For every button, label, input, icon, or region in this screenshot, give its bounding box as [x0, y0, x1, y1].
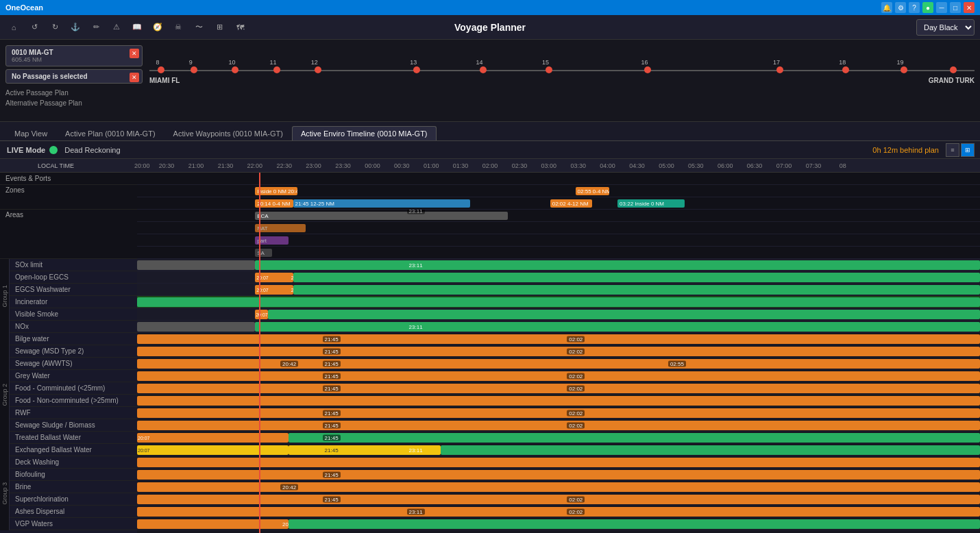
label-sewage-sludge: Sewage Sludge / Biomass — [10, 419, 137, 432]
tl-nox: 23:11 — [137, 321, 980, 333]
alt-plan-title: No Passage is selected — [12, 73, 136, 80]
zone-4-12nm-0202: 02:02 4-12 NM — [550, 199, 593, 208]
tl-bilge: 21:45 02:02 — [137, 333, 980, 345]
waypoint-12[interactable] — [315, 66, 321, 73]
pencil-icon[interactable]: ✏ — [88, 19, 104, 36]
exchanged-yellow-left: 20:07 — [137, 445, 289, 455]
waypoint-8[interactable] — [158, 66, 164, 73]
grid-view-btn[interactable]: ⊞ — [961, 143, 975, 157]
wash-orange: 20:07 — [255, 285, 293, 295]
settings-btn[interactable]: ⚙ — [895, 2, 906, 13]
time-2030: 20:30 — [159, 162, 175, 169]
waypoint-14[interactable] — [480, 66, 487, 73]
grid-icon[interactable]: ⊞ — [211, 19, 228, 36]
wash-green — [293, 285, 980, 295]
nav-icon[interactable]: 🧭 — [149, 19, 166, 36]
exchanged-green — [441, 445, 980, 455]
tl-exchanged-ballast: 20:07 21:45 23:11 — [137, 444, 980, 456]
tl-food-comm: 21:45 02:02 — [137, 382, 980, 395]
active-plan-card: 0010 MIA-GT 605.45 NM ✕ — [5, 45, 143, 66]
group3-side-label: Group 3 — [0, 456, 10, 530]
ashes-orange — [137, 507, 980, 517]
live-bar: LIVE Mode Dead Reckoning 0h 12m behind p… — [0, 141, 980, 159]
tl-zones-1: Inside 0 NM 20:42 4-12 NM 02:55 0-4 NM — [137, 185, 980, 197]
waypoint-11[interactable] — [273, 66, 280, 73]
label-incinerator: Incinerator — [10, 296, 137, 308]
smoke-green — [268, 310, 980, 319]
time-0400: 04:00 — [600, 162, 615, 169]
tl-sewage-awwts: 20:42 21:45 02:55 — [137, 358, 980, 370]
zone-0-4nm-2014: 20:14 0-4 NM — [255, 199, 293, 208]
waypoint-9[interactable] — [191, 66, 197, 73]
time-ruler: LOCAL TIME 20:00 20:30 21:00 21:30 22:00… — [0, 159, 980, 173]
back-icon[interactable]: ↺ — [26, 19, 42, 36]
warning-icon[interactable]: ⚠ — [108, 19, 125, 36]
time-0000: 00:00 — [365, 162, 380, 169]
live-indicator — [49, 146, 58, 154]
label-rwf: RWF — [10, 407, 137, 419]
window-controls[interactable]: 🔔 ⚙ ? ● ─ □ ✕ — [881, 2, 975, 13]
alt-plan-close[interactable]: ✕ — [130, 73, 139, 82]
label-areas: Areas — [0, 210, 137, 259]
tl-food-non — [137, 395, 980, 407]
time-0430: 04:30 — [629, 162, 645, 169]
waypoint-15[interactable] — [546, 66, 552, 73]
close-btn[interactable]: ✕ — [964, 2, 975, 13]
tl-grey-water: 21:45 02:02 — [137, 370, 980, 382]
dead-reckoning-label: Dead Reckoning — [64, 146, 120, 154]
tl-treated-ballast: 20:07 21:45 — [137, 432, 980, 444]
sox-green — [255, 260, 980, 270]
group2-labels: Group 2 Bilge water Sewage (MSD Type 2) … — [0, 333, 137, 456]
waypoint-18[interactable] — [842, 66, 849, 73]
tl-ashes: 23:11 02:02 — [137, 506, 980, 518]
tl-sewage-sludge: 21:45 02:02 — [137, 419, 980, 432]
anchor-icon[interactable]: ⚓ — [67, 19, 84, 36]
time-0330: 03:30 — [570, 162, 586, 169]
waypoint-10[interactable] — [232, 66, 238, 73]
waypoint-17[interactable] — [776, 66, 783, 73]
home-icon[interactable]: ⌂ — [5, 19, 22, 36]
waypoint-19[interactable] — [901, 66, 907, 73]
waypoint-16[interactable] — [644, 66, 651, 73]
behind-plan-label: 0h 12m behind plan — [872, 146, 939, 154]
smoke-orange: 20:07 — [255, 310, 267, 319]
waypoint-end[interactable] — [950, 66, 957, 73]
wave-icon[interactable]: 〜 — [191, 19, 207, 36]
time-0200: 02:00 — [482, 162, 498, 169]
label-deck: Deck Washing — [10, 456, 137, 469]
active-plan-distance: 605.45 NM — [12, 56, 136, 63]
food-non-orange — [137, 396, 980, 406]
area-eca: ECA — [255, 212, 508, 220]
skull-icon[interactable]: ☠ — [170, 19, 186, 36]
egcs-green — [293, 273, 980, 282]
tab-map[interactable]: Map View — [5, 126, 56, 140]
map-icon[interactable]: 🗺 — [232, 19, 248, 36]
area-sa: SA — [255, 249, 272, 257]
time-0630: 06:30 — [747, 162, 763, 169]
group1-side-label: Group 1 — [0, 259, 10, 333]
sludge-orange — [137, 421, 980, 430]
time-0500: 05:00 — [659, 162, 674, 169]
forward-icon[interactable]: ↻ — [47, 19, 63, 36]
user-btn[interactable]: ● — [922, 2, 933, 13]
book-icon[interactable]: 📖 — [129, 19, 145, 36]
label-brine: Brine — [10, 481, 137, 493]
time-0030: 00:30 — [394, 162, 410, 169]
deck-orange — [137, 458, 980, 467]
restore-btn[interactable]: □ — [950, 2, 961, 13]
help-btn[interactable]: ? — [909, 2, 920, 13]
label-grey-water: Grey Water — [10, 370, 137, 382]
list-view-btn[interactable]: ≡ — [946, 143, 959, 157]
time-2230: 22:30 — [276, 162, 292, 169]
time-0100: 01:00 — [424, 162, 439, 169]
notifications-btn[interactable]: 🔔 — [881, 2, 892, 13]
theme-select[interactable]: Day Black Day White Night — [916, 19, 975, 36]
tl-visible-smoke: 20:07 — [137, 308, 980, 321]
rwf-orange — [137, 408, 980, 418]
label-exchanged-ballast: Exchanged Ballast Water — [10, 444, 137, 456]
waypoint-13[interactable] — [413, 66, 420, 73]
active-plan-close[interactable]: ✕ — [130, 49, 139, 58]
tab-active-plan[interactable]: Active Plan (0010 MIA-GT) — [56, 126, 164, 140]
time-0600: 06:00 — [718, 162, 733, 169]
minimize-btn[interactable]: ─ — [936, 2, 947, 13]
